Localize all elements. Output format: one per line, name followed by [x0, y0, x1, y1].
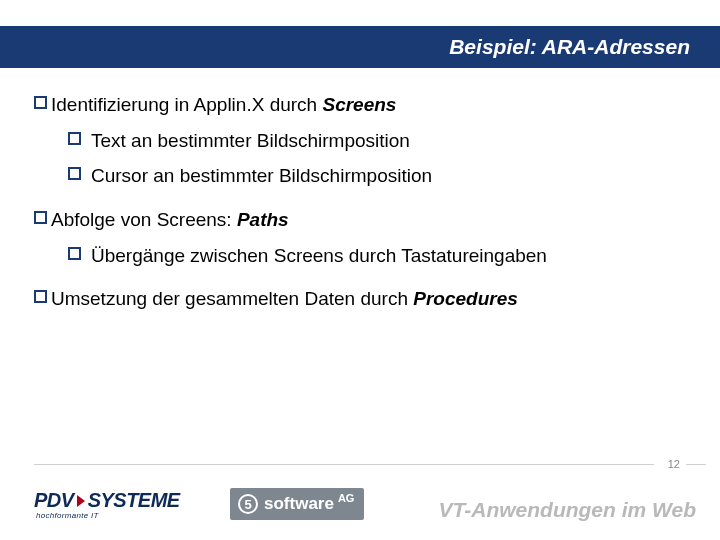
logo-pdv-systeme: PDV SYSTEME hochformante IT	[34, 489, 180, 520]
bullet-level1: Abfolge von Screens: Paths	[34, 207, 690, 233]
slide-title: Beispiel: ARA-Adressen	[449, 35, 690, 59]
bullet-level2: Text an bestimmter Bildschirmposition	[68, 128, 690, 154]
content-area: Identifizierung in Applin.X durch Screen…	[34, 92, 690, 322]
logo-symbol: 5	[244, 497, 251, 512]
bullet-text: Cursor an bestimmter Bildschirmposition	[91, 163, 432, 189]
footer: PDV SYSTEME hochformante IT 5 software A…	[0, 472, 720, 540]
bullet-text: Übergänge zwischen Screens durch Tastatu…	[91, 243, 547, 269]
logo-text: software	[264, 494, 334, 514]
divider-line	[686, 464, 706, 465]
bullet-square-icon	[34, 96, 47, 109]
text-em: Procedures	[413, 288, 518, 309]
text-run: Abfolge von Screens:	[51, 209, 237, 230]
bullet-square-icon	[68, 247, 81, 260]
logo-text: PDV	[34, 489, 74, 512]
logo-tagline: hochformante IT	[36, 511, 180, 520]
logo-mark-icon: 5	[238, 494, 258, 514]
bullet-level1: Umsetzung der gesammelten Daten durch Pr…	[34, 286, 690, 312]
bullet-level2: Cursor an bestimmter Bildschirmposition	[68, 163, 690, 189]
bullet-level1: Identifizierung in Applin.X durch Screen…	[34, 92, 690, 118]
bullet-square-icon	[34, 290, 47, 303]
title-band: Beispiel: ARA-Adressen	[0, 26, 720, 68]
bullet-text: Abfolge von Screens: Paths	[51, 207, 289, 233]
logo-text: SYSTEME	[88, 489, 180, 512]
logo-software-ag: 5 software AG	[230, 488, 364, 520]
slide: Beispiel: ARA-Adressen Identifizierung i…	[0, 0, 720, 540]
bullet-text: Identifizierung in Applin.X durch Screen…	[51, 92, 396, 118]
bullet-square-icon	[68, 132, 81, 145]
bullet-square-icon	[68, 167, 81, 180]
text-em: Screens	[322, 94, 396, 115]
bullet-text: Text an bestimmter Bildschirmposition	[91, 128, 410, 154]
logo-suffix: AG	[338, 492, 355, 504]
divider-line	[34, 464, 654, 465]
text-em: Paths	[237, 209, 289, 230]
triangle-icon	[77, 495, 85, 507]
bullet-level2: Übergänge zwischen Screens durch Tastatu…	[68, 243, 690, 269]
bullet-square-icon	[34, 211, 47, 224]
page-number: 12	[668, 458, 680, 470]
text-run: Identifizierung in Applin.X durch	[51, 94, 322, 115]
bullet-text: Umsetzung der gesammelten Daten durch Pr…	[51, 286, 518, 312]
text-run: Umsetzung der gesammelten Daten durch	[51, 288, 413, 309]
footer-subtitle: VT-Anwendungen im Web	[439, 498, 696, 522]
